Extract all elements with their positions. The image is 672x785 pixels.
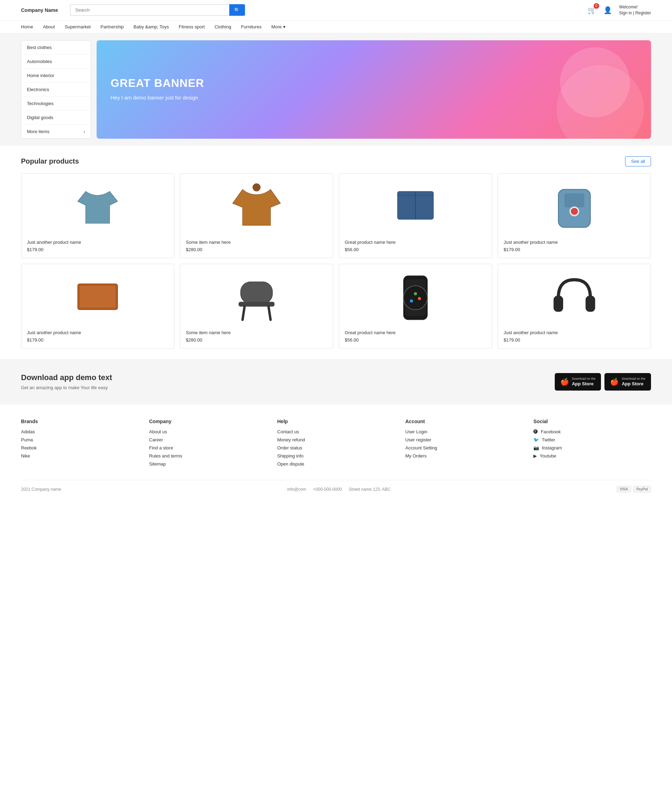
product-card[interactable]: Some item name here $280.00 xyxy=(180,174,333,258)
copyright: 2021 Company name xyxy=(21,487,61,492)
help-dispute[interactable]: Open dispute xyxy=(277,461,395,467)
social-instagram[interactable]: 📷 Instagram xyxy=(533,445,651,450)
nav-more[interactable]: More ▾ xyxy=(271,24,285,30)
product-price: $56.00 xyxy=(345,247,486,252)
help-shipping[interactable]: Shipping info xyxy=(277,453,395,458)
company-about-us[interactable]: About us xyxy=(149,429,267,434)
product-image xyxy=(504,270,645,326)
header: Company Name 🔍 🛒 0 👤 Welcome! Sign in | … xyxy=(0,0,672,21)
search-input[interactable] xyxy=(70,4,229,16)
product-card[interactable]: Great product name here $56.00 xyxy=(339,174,492,258)
nav-baby-toys[interactable]: Baby &amp; Toys xyxy=(134,24,169,30)
nav-supermarket[interactable]: Supermarket xyxy=(65,24,90,30)
sidebar-item-digital-goods[interactable]: Digital goods xyxy=(21,111,90,125)
app-store-button-1[interactable]: 🍎 Download on the App Store xyxy=(555,373,601,391)
brand-puma[interactable]: Puma xyxy=(21,437,139,443)
brand-reebok[interactable]: Reebok xyxy=(21,445,139,450)
sidebar-item-more-items[interactable]: More items › xyxy=(21,125,90,138)
nav-fitness[interactable]: Fitness sport xyxy=(179,24,205,30)
footer-phone: +000-000-0000 xyxy=(313,487,342,492)
svg-line-13 xyxy=(268,306,271,320)
product-name: Some item name here xyxy=(186,330,327,335)
product-price: $179.00 xyxy=(27,247,168,252)
company-find-store[interactable]: Find a store xyxy=(149,445,267,450)
instagram-icon: 📷 xyxy=(533,445,539,450)
social-youtube[interactable]: ▶ Youtube xyxy=(533,453,651,458)
product-image xyxy=(504,179,645,235)
visa-badge: VISA xyxy=(617,486,631,493)
sidebar-item-technologies[interactable]: Technologies xyxy=(21,97,90,111)
company-sitemap[interactable]: Sitemap xyxy=(149,461,267,467)
header-right: 🛒 0 👤 Welcome! Sign in | Register xyxy=(588,4,651,16)
product-image xyxy=(186,179,327,235)
apple-icon: 🍎 xyxy=(560,378,569,386)
brand-adidas[interactable]: Adidas xyxy=(21,429,139,434)
social-twitter[interactable]: 🐦 Twitter xyxy=(533,437,651,443)
sidebar-item-home-interior[interactable]: Home interior xyxy=(21,69,90,83)
nav-furnitures[interactable]: Furnitures xyxy=(241,24,262,30)
footer-bottom: 2021 Company name info@com +000-000-0000… xyxy=(21,480,651,493)
sign-in-link[interactable]: Sign in xyxy=(619,11,632,16)
social-facebook[interactable]: 🅕 Facebook xyxy=(533,429,651,434)
product-image xyxy=(27,270,168,326)
apple-icon-2: 🍎 xyxy=(610,378,619,386)
sidebar-item-automobiles[interactable]: Automobiles xyxy=(21,55,90,69)
svg-point-19 xyxy=(410,299,413,302)
product-name: Great product name here xyxy=(345,330,486,335)
social-title: Social xyxy=(533,419,651,424)
company-rules[interactable]: Rules and terms xyxy=(149,453,267,458)
brand-nike[interactable]: Nike xyxy=(21,453,139,458)
welcome-text: Welcome! Sign in | Register xyxy=(619,4,651,16)
product-card[interactable]: Great product name here $56.00 xyxy=(339,264,492,349)
sidebar-item-electronics[interactable]: Electronics xyxy=(21,83,90,97)
product-price: $56.00 xyxy=(345,337,486,342)
product-price: $179.00 xyxy=(504,247,645,252)
account-login[interactable]: User Login xyxy=(405,429,523,434)
svg-rect-10 xyxy=(240,281,272,304)
svg-point-18 xyxy=(418,297,421,300)
svg-point-0 xyxy=(253,183,261,191)
product-card[interactable]: Some item name here $280.00 xyxy=(180,264,333,349)
app-text: Download app demo text Get an amazing ap… xyxy=(21,373,112,390)
product-name: Just another product name xyxy=(27,330,168,335)
register-link[interactable]: Register xyxy=(635,11,651,16)
svg-point-7 xyxy=(571,208,577,214)
product-card[interactable]: Just another product name $179.00 xyxy=(21,264,174,349)
footer-social: Social 🅕 Facebook 🐦 Twitter 📷 Instagram … xyxy=(533,419,651,469)
see-all-button[interactable]: See all xyxy=(625,156,651,166)
footer-brands: Brands Adidas Puma Reebok Nike xyxy=(21,419,139,469)
nav-clothing[interactable]: Clothing xyxy=(215,24,231,30)
product-price: $179.00 xyxy=(27,337,168,342)
main-content: Best clothes Automobiles Home interior E… xyxy=(0,33,672,146)
chevron-right-icon: › xyxy=(84,129,85,134)
help-contact[interactable]: Contact us xyxy=(277,429,395,434)
account-register[interactable]: User register xyxy=(405,437,523,443)
footer-company: Company About us Career Find a store Rul… xyxy=(149,419,267,469)
account-orders[interactable]: My Orders xyxy=(405,453,523,458)
sidebar-item-best-clothes[interactable]: Best clothes xyxy=(21,41,90,55)
products-grid: Just another product name $179.00 Some i… xyxy=(21,174,651,349)
product-price: $179.00 xyxy=(504,337,645,342)
account-setting[interactable]: Account Setting xyxy=(405,445,523,450)
product-name: Just another product name xyxy=(27,239,168,245)
product-name: Great product name here xyxy=(345,239,486,245)
nav-about[interactable]: About xyxy=(43,24,55,30)
search-button[interactable]: 🔍 xyxy=(229,4,245,16)
product-name: Just another product name xyxy=(504,239,645,245)
app-title: Download app demo text xyxy=(21,373,112,382)
nav-home[interactable]: Home xyxy=(21,24,33,30)
product-card[interactable]: Just another product name $179.00 xyxy=(21,174,174,258)
brands-title: Brands xyxy=(21,419,139,424)
app-store-button-2[interactable]: 🍎 Download on the App Store xyxy=(605,373,651,391)
section-title: Popular products xyxy=(21,157,79,165)
nav-partnership[interactable]: Partnership xyxy=(100,24,123,30)
cart-button[interactable]: 🛒 0 xyxy=(588,6,596,14)
help-refund[interactable]: Money refund xyxy=(277,437,395,443)
product-card[interactable]: Just another product name $179.00 xyxy=(498,174,651,258)
help-order-status[interactable]: Order status xyxy=(277,445,395,450)
company-career[interactable]: Career xyxy=(149,437,267,443)
cart-badge: 0 xyxy=(594,3,599,9)
product-card[interactable]: Just another product name $179.00 xyxy=(498,264,651,349)
footer-help: Help Contact us Money refund Order statu… xyxy=(277,419,395,469)
account-title: Account xyxy=(405,419,523,424)
